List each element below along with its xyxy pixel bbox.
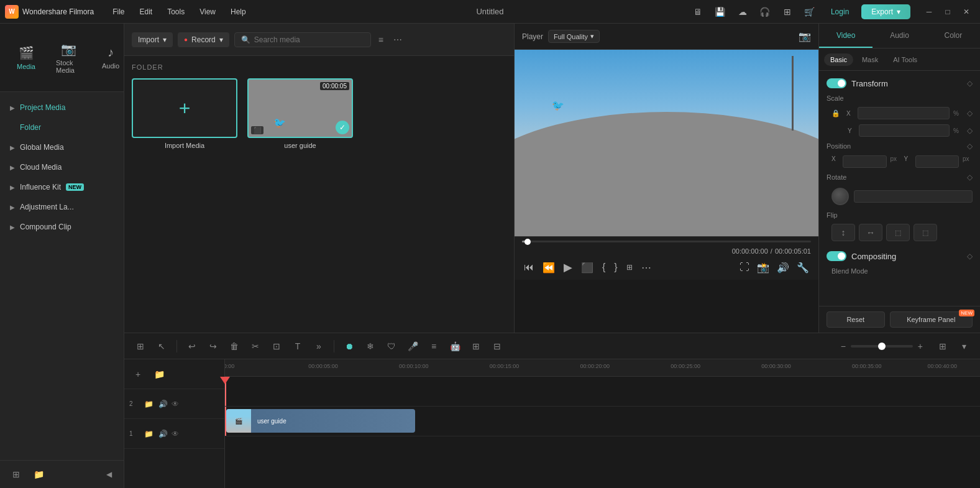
cloud-icon[interactable]: ☁ (734, 3, 751, 21)
subtab-mask[interactable]: Mask (856, 53, 884, 66)
minimize-button[interactable]: ─ (920, 3, 938, 21)
lock-icon[interactable]: 🔒 (831, 109, 840, 117)
quality-select[interactable]: Full Quality ▾ (548, 30, 600, 43)
login-button[interactable]: Login (823, 5, 856, 19)
nav-influence-kit[interactable]: ▶ Influence Kit NEW (2, 178, 121, 196)
import-button[interactable]: Import ▾ (132, 32, 173, 47)
menu-edit[interactable]: Edit (134, 5, 159, 19)
close-button[interactable]: ✕ (958, 3, 975, 21)
pos-y-input[interactable]: 0.00 (915, 155, 959, 168)
play-button[interactable]: ▶ (562, 259, 574, 276)
mark-in-button[interactable]: { (600, 260, 607, 275)
timeline-mic-button[interactable]: 🎤 (404, 338, 421, 355)
collapse-left-panel[interactable]: ◀ (101, 467, 116, 482)
track-1-eye-icon[interactable]: 👁 (172, 430, 179, 438)
timeline-text-button[interactable]: T (289, 338, 306, 355)
scale-x-input[interactable]: 100.00 (858, 107, 950, 119)
speed-slider[interactable] (851, 345, 913, 348)
timeline-delete-button[interactable]: 🗑 (226, 338, 243, 355)
flip-btn-4[interactable]: ⬚ (914, 224, 937, 241)
transform-toggle[interactable] (827, 78, 846, 88)
timeline-track-button[interactable]: ≡ (425, 338, 442, 355)
transform-diamond[interactable]: ◇ (967, 79, 973, 88)
rotate-diamond[interactable]: ◇ (967, 173, 973, 182)
user-guide-item[interactable]: 🐦 00:00:05 ⬛ ✓ user guide (247, 78, 353, 149)
screenshot-icon[interactable]: 📷 (799, 31, 811, 42)
flip-vertical-button[interactable]: ↕ (831, 224, 855, 241)
timeline-record-button[interactable]: ⏺ (341, 338, 358, 355)
timeline-redo-button[interactable]: ↪ (204, 338, 222, 355)
keyframe-panel-button[interactable]: Keyframe Panel NEW (890, 311, 973, 328)
grid-icon[interactable]: ⊞ (779, 3, 796, 21)
folder-icon[interactable]: 📁 (30, 466, 47, 483)
add-folder-icon[interactable]: ⊞ (7, 466, 25, 483)
menu-help[interactable]: Help (224, 5, 252, 19)
scale-y-diamond[interactable]: ◇ (967, 126, 973, 135)
subtab-basic[interactable]: Basic (824, 53, 853, 66)
position-diamond[interactable]: ◇ (967, 142, 973, 150)
speed-plus[interactable]: + (915, 339, 925, 354)
timeline-select-button[interactable]: ↖ (153, 338, 170, 355)
headphone-icon[interactable]: 🎧 (756, 3, 774, 21)
monitor-icon[interactable]: 🖥 (689, 3, 707, 21)
cart-icon[interactable]: 🛒 (801, 3, 818, 21)
pos-x-input[interactable]: 0.00 (843, 155, 887, 168)
maximize-button[interactable]: □ (939, 3, 956, 21)
track-1-folder-icon[interactable]: 📁 (143, 428, 155, 440)
compositing-diamond[interactable]: ◇ (967, 252, 973, 260)
camera-button[interactable]: 📸 (755, 260, 771, 275)
timeline-more-2[interactable]: ▾ (955, 338, 973, 355)
filter-icon[interactable]: ≡ (376, 32, 386, 47)
search-input[interactable] (254, 35, 364, 44)
tab-video[interactable]: Video (819, 24, 872, 48)
volume-button[interactable]: 🔊 (775, 260, 791, 275)
rotate-dial[interactable] (831, 188, 849, 205)
speed-minus[interactable]: − (838, 339, 848, 354)
tool-stock-media[interactable]: 📷 Stock Media (48, 37, 88, 79)
timeline-crop-button[interactable]: ⊡ (268, 338, 285, 355)
prev-frame-button[interactable]: ⏮ (522, 260, 536, 275)
folder-track-button[interactable]: 📁 (150, 366, 168, 383)
nav-cloud-media[interactable]: ▶ Cloud Media (2, 158, 121, 177)
timeline-shield-button[interactable]: 🛡 (383, 338, 400, 355)
menu-view[interactable]: View (193, 5, 222, 19)
menu-file[interactable]: File (106, 5, 131, 19)
nav-global-media[interactable]: ▶ Global Media (2, 138, 121, 157)
fullscreen-button[interactable]: ⛶ (738, 260, 751, 275)
reset-button[interactable]: Reset (827, 311, 885, 328)
progress-bar[interactable] (522, 241, 811, 242)
timeline-cut-button[interactable]: ✂ (247, 338, 264, 355)
nav-folder[interactable]: Folder (2, 118, 121, 137)
scale-y-input[interactable]: 100.00 (859, 124, 950, 137)
more-ctrl-button[interactable]: ⋯ (639, 260, 653, 275)
track-2-eye-icon[interactable]: 👁 (172, 400, 179, 408)
wrench-button[interactable]: 🔧 (795, 260, 811, 275)
tool-media[interactable]: 🎬 Media (6, 40, 46, 75)
scale-x-diamond[interactable]: ◇ (967, 109, 973, 117)
timeline-more-button[interactable]: » (310, 338, 327, 355)
search-box[interactable]: 🔍 (234, 32, 371, 47)
rotate-input[interactable]: 0.00° (854, 190, 973, 203)
nav-project-media[interactable]: ▶ Project Media (2, 98, 121, 117)
timeline-snap-button[interactable]: ❄ (362, 338, 379, 355)
mark-out-button[interactable]: } (612, 260, 619, 275)
import-media-thumb[interactable]: + (132, 78, 237, 138)
menu-tools[interactable]: Tools (161, 5, 191, 19)
add-track-button[interactable]: + (129, 366, 147, 383)
compositing-toggle[interactable] (827, 251, 846, 261)
tab-audio[interactable]: Audio (872, 24, 926, 48)
timeline-split-button[interactable]: ⊞ (467, 338, 485, 355)
timeline-ai-button[interactable]: 🤖 (446, 338, 464, 355)
nav-compound-clip[interactable]: ▶ Compound Clip (2, 218, 121, 236)
flip-horizontal-button[interactable]: ↔ (859, 224, 882, 241)
timeline-view-toggle[interactable]: ⊞ (934, 338, 951, 355)
timeline-undo-button[interactable]: ↩ (183, 338, 201, 355)
track-1-audio-icon[interactable]: 🔊 (157, 428, 169, 440)
clip-block[interactable]: 🎬 user guide (226, 409, 415, 433)
record-button[interactable]: ● Record ▾ (178, 32, 229, 47)
tab-color[interactable]: Color (927, 24, 980, 48)
subtab-ai-tools[interactable]: AI Tools (887, 53, 923, 66)
nav-adjustment-layers[interactable]: ▶ Adjustment La... (2, 198, 121, 216)
add-to-timeline-button[interactable]: ⊞ (625, 261, 634, 274)
frame-back-button[interactable]: ⏪ (541, 260, 557, 275)
